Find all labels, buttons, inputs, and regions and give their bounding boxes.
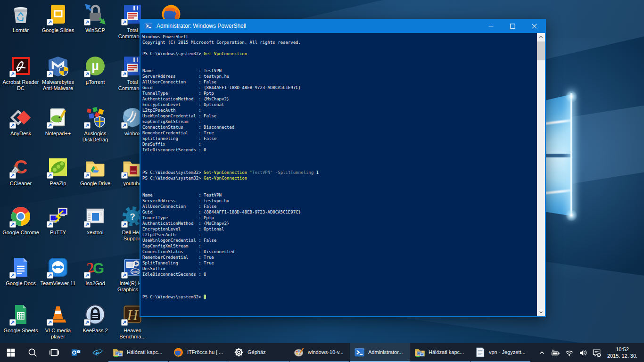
desktop-icon-gdocs[interactable]: Google Docs <box>1 256 40 287</box>
shortcut-arrow-icon <box>47 19 53 25</box>
desktop-icon-label: Google Sheets <box>4 328 38 334</box>
desktop-icon-keepass[interactable]: KeePass 2 <box>76 303 115 334</box>
desktop-icon-google-slides[interactable]: Google Slides <box>39 3 77 33</box>
close-button[interactable] <box>523 19 545 33</box>
tray-action-center-icon[interactable] <box>590 343 603 362</box>
taskbar-app-network-folder[interactable]: Hálózati kapc... <box>108 343 168 362</box>
wallpaper-glow-corner <box>565 90 578 103</box>
desktop-icon-anydesk[interactable]: AnyDesk <box>1 106 40 137</box>
desktop-icon-malwarebytes[interactable]: Malwarebytes Anti-Malware <box>39 55 77 91</box>
console-line: AllUserConnection : False <box>142 79 537 85</box>
desktop-icon-utorrent[interactable]: µµTorrent <box>76 55 115 85</box>
console-line: L2tpIPsecAuth : <box>142 107 537 113</box>
iso2god-icon: 2G <box>84 256 107 279</box>
tray-volume-icon[interactable] <box>576 343 590 362</box>
desktop-icon-label: CCleaner <box>10 181 32 187</box>
desktop-icon-label: Google Drive <box>80 181 110 187</box>
scroll-up-icon[interactable] <box>537 33 545 41</box>
chrome-icon <box>9 205 32 228</box>
console-line: ServerAddress : testvpn.hu <box>142 74 537 79</box>
vlc-icon <box>47 303 69 326</box>
desktop-icon-label: winbox <box>124 131 140 137</box>
shortcut-arrow-icon <box>84 272 91 279</box>
shortcut-arrow-icon <box>121 272 128 279</box>
taskbar-clock[interactable]: 10:52 2015. 12. 30. <box>603 346 644 359</box>
maximize-button[interactable] <box>502 19 523 33</box>
tray-wifi-icon[interactable] <box>562 343 576 362</box>
desktop-icon-peazip[interactable]: PeaZip <box>39 156 77 187</box>
desktop-icon-recycle-bin[interactable]: Lomtár <box>1 3 40 33</box>
desktop-icon-xextool[interactable]: xextool <box>76 205 115 236</box>
console-line <box>142 57 537 62</box>
console-line: Name : TestVPN <box>142 192 537 198</box>
desktop-icon-label: PuTTY <box>50 230 66 236</box>
taskbar-app-firefox[interactable]: ITFröccs.hu | ... <box>169 343 229 362</box>
tray-chevron-up-icon[interactable] <box>535 343 549 362</box>
svg-text:?: ? <box>130 212 135 222</box>
desktop-icon-chrome[interactable]: Google Chrome <box>1 205 40 236</box>
taskbar-app-network-folder[interactable]: Hálózati kapc... <box>410 343 470 362</box>
taskbar-app-label: vpn - Jegyzett... <box>489 349 526 355</box>
desktop-icon-label: AnyDesk <box>10 131 31 137</box>
console-output[interactable]: Windows PowerShellCopyright (C) 2015 Mic… <box>140 33 537 316</box>
taskbar-app-notepad[interactable]: vpn - Jegyzett... <box>471 343 530 362</box>
desktop-icon-gdrive-folder[interactable]: Google Drive <box>76 156 115 187</box>
desktop-icon-acrobat[interactable]: Acrobat Reader DC <box>1 55 40 91</box>
desktop-icon-ccleaner[interactable]: CCCleaner <box>1 156 40 187</box>
desktop-icon-teamviewer[interactable]: TeamViewer 11 <box>39 256 77 287</box>
start-button[interactable] <box>0 343 22 362</box>
console-line <box>142 164 537 170</box>
settings-gear-icon <box>233 347 244 358</box>
wallpaper-glow-corner <box>565 209 578 222</box>
shortcut-arrow-icon <box>9 71 16 77</box>
desktop-icon-vlc[interactable]: VLC media player <box>39 303 77 340</box>
taskbar-app-paint[interactable]: windows-10-v... <box>289 343 349 362</box>
console-line: EapConfigXmlStream : <box>142 119 537 124</box>
desktop-icon-putty[interactable]: PuTTY <box>39 205 77 236</box>
task-view-button[interactable] <box>43 343 65 362</box>
desktop-icon-iso2god[interactable]: 2GIso2God <box>76 256 115 287</box>
gsheets-icon <box>9 303 32 326</box>
console-line: EncryptionLevel : Optional <box>142 226 537 232</box>
taskbar-outlook-button[interactable] <box>65 343 87 362</box>
desktop-icon-gsheets[interactable]: Google Sheets <box>1 303 40 334</box>
taskbar-ie-button[interactable]: e <box>87 343 108 362</box>
desktop-icon-label: Notepad++ <box>45 131 71 137</box>
tray-battery-icon[interactable] <box>549 343 562 362</box>
shortcut-arrow-icon <box>47 172 53 179</box>
shortcut-arrow-icon <box>9 272 16 279</box>
console-line: UseWinlogonCredential : False <box>142 238 537 243</box>
powershell-titlebar[interactable]: Administrator: Windows PowerShell <box>140 19 545 33</box>
shortcut-arrow-icon <box>84 221 91 228</box>
acrobat-icon <box>9 55 32 77</box>
search-button[interactable] <box>22 343 43 362</box>
console-line: L2tpIPsecAuth : <box>142 232 537 238</box>
shortcut-arrow-icon <box>121 221 128 228</box>
shortcut-arrow-icon <box>121 122 128 129</box>
desktop-icon-notepadpp[interactable]: Notepad++ <box>39 106 77 137</box>
minimize-button[interactable] <box>480 19 502 33</box>
shortcut-arrow-icon <box>84 319 91 326</box>
console-line: DnsSuffix : <box>142 141 537 147</box>
gdocs-icon <box>9 256 32 279</box>
console-line: EapConfigXmlStream : <box>142 243 537 249</box>
desktop-icon-auslogics[interactable]: Auslogics DiskDefrag <box>76 106 115 143</box>
svg-text:H: H <box>126 306 139 323</box>
desktop-icon-winscp[interactable]: WinSCP <box>76 3 115 33</box>
clock-date: 2015. 12. 30. <box>603 353 641 359</box>
scrollbar[interactable] <box>537 33 545 316</box>
console-line: IdleDisconnectSeconds : 0 <box>142 147 537 153</box>
taskbar: e Hálózati kapc...ITFröccs.hu | ...Géphá… <box>0 343 644 362</box>
taskbar-app-powershell[interactable]: Administrator... <box>350 343 410 362</box>
shortcut-arrow-icon <box>84 71 91 77</box>
taskbar-app-label: windows-10-v... <box>308 349 344 355</box>
desktop-icon-label: KeePass 2 <box>83 328 107 334</box>
shortcut-arrow-icon <box>47 221 53 228</box>
taskbar-app-settings-gear[interactable]: Gépház <box>229 343 289 362</box>
ccleaner-icon: C <box>9 156 32 179</box>
peazip-icon <box>47 156 69 179</box>
scrollbar-thumb[interactable] <box>537 41 545 60</box>
scroll-down-icon[interactable] <box>537 308 545 316</box>
console-line: Copyright (C) 2015 Microsoft Corporation… <box>142 40 537 45</box>
malwarebytes-icon <box>47 55 69 77</box>
